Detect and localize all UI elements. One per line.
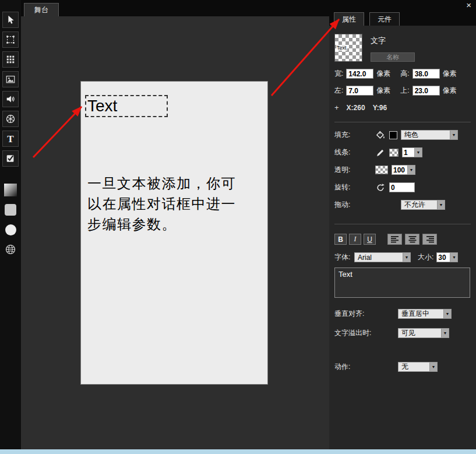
chevron-down-icon: ▼ xyxy=(450,131,457,139)
tool-rounded-rect[interactable] xyxy=(2,202,19,218)
drag-mode-select[interactable]: 不允许 ▼ xyxy=(401,200,445,210)
rotation-input[interactable] xyxy=(389,182,415,192)
tool-image[interactable] xyxy=(2,71,19,87)
action-row: 动作: 无 ▼ xyxy=(334,362,471,372)
properties-panel: × 属性 元件 Text 文字 宽: 像素 高: 像素 左: xyxy=(329,0,476,449)
rounded-rect-icon xyxy=(5,204,16,216)
overflow-row: 文字溢出时: 可见 ▼ xyxy=(334,328,471,338)
tab-properties[interactable]: 属性 xyxy=(334,12,364,26)
gradient-icon xyxy=(4,184,17,196)
left-label: 左: xyxy=(334,86,343,96)
spinner-down-icon[interactable]: ▼ xyxy=(408,165,415,175)
grid-icon xyxy=(5,54,16,65)
chevron-down-icon: ▼ xyxy=(403,253,410,262)
panel-tabs: 属性 元件 xyxy=(334,12,400,26)
line-width-input[interactable] xyxy=(402,147,415,157)
italic-button[interactable]: I xyxy=(349,234,361,245)
drag-label: 拖动: xyxy=(334,200,375,210)
rotation-row: 旋转: xyxy=(334,182,471,192)
stage-surface[interactable]: Text 一旦文本被添加，你可以在属性对话框中进一步编辑参数。 xyxy=(80,81,268,385)
fill-color-swatch[interactable] xyxy=(389,131,397,139)
size-stepper: ▼ xyxy=(436,252,458,262)
panel-body: Text 文字 宽: 像素 高: 像素 左: 像素 上: 像素 xyxy=(329,26,476,372)
line-width-stepper: ▼ xyxy=(402,147,422,157)
tool-checkbox[interactable] xyxy=(2,150,19,167)
opacity-input[interactable] xyxy=(392,165,408,175)
cursor-y-readout: Y:96 xyxy=(373,104,387,112)
left-input[interactable] xyxy=(346,86,373,96)
top-input[interactable] xyxy=(412,86,440,96)
selected-text-element[interactable]: Text xyxy=(85,95,168,117)
tab-stage[interactable]: 舞台 xyxy=(24,3,59,16)
spinner-down-icon[interactable]: ▼ xyxy=(415,147,422,157)
size-input[interactable] xyxy=(436,252,450,262)
chevron-down-icon: ▼ xyxy=(443,309,451,318)
line-color-swatch[interactable] xyxy=(389,149,399,157)
align-right-icon xyxy=(426,235,434,243)
document-tabbar: 舞台 xyxy=(21,0,329,16)
tool-text[interactable]: T xyxy=(2,131,19,147)
checkbox-icon xyxy=(5,153,16,164)
thumbnail-text: Text xyxy=(336,45,347,51)
tab-components[interactable]: 元件 xyxy=(369,12,400,26)
canvas-area: Text 一旦文本被添加，你可以在属性对话框中进一步编辑参数。 xyxy=(21,16,329,449)
align-center-button[interactable] xyxy=(405,234,419,245)
valign-value: 垂直居中 xyxy=(401,309,429,319)
drag-mode-value: 不允许 xyxy=(404,200,425,210)
spinner-down-icon[interactable]: ▼ xyxy=(450,252,458,262)
height-label: 高: xyxy=(400,69,409,79)
name-input[interactable] xyxy=(371,52,415,62)
crosshair-icon: + xyxy=(334,103,339,112)
tool-globe[interactable] xyxy=(2,241,19,258)
action-value: 无 xyxy=(401,362,408,372)
chevron-down-icon: ▼ xyxy=(429,363,437,371)
tool-audio[interactable] xyxy=(2,91,19,107)
tool-components-grid[interactable] xyxy=(2,51,19,68)
close-icon[interactable]: × xyxy=(466,1,471,10)
align-right-button[interactable] xyxy=(422,234,437,245)
element-header: Text 文字 xyxy=(334,34,471,62)
height-input[interactable] xyxy=(412,69,440,79)
font-select[interactable]: Arial ▼ xyxy=(354,252,411,262)
position-row: 左: 像素 上: 像素 xyxy=(334,86,471,96)
font-row: 字体: Arial ▼ 大小: ▼ xyxy=(334,252,471,262)
cursor-x-readout: X:260 xyxy=(347,104,365,112)
fill-mode-select[interactable]: 纯色 ▼ xyxy=(401,130,458,140)
chevron-down-icon: ▼ xyxy=(441,329,449,337)
stage-paragraph-element[interactable]: 一旦文本被添加，你可以在属性对话框中进一步编辑参数。 xyxy=(87,174,246,235)
size-row: 宽: 像素 高: 像素 xyxy=(334,69,471,79)
action-select[interactable]: 无 ▼ xyxy=(398,362,438,372)
top-label: 上: xyxy=(400,86,409,96)
align-left-button[interactable] xyxy=(387,234,402,245)
valign-row: 垂直对齐: 垂直居中 ▼ xyxy=(334,309,471,319)
action-label: 动作: xyxy=(334,362,398,372)
rotation-label: 旋转: xyxy=(334,182,375,192)
overflow-select[interactable]: 可见 ▼ xyxy=(398,328,449,338)
width-input[interactable] xyxy=(346,69,373,79)
chevron-down-icon: ▼ xyxy=(437,200,445,209)
valign-label: 垂直对齐: xyxy=(334,309,398,319)
speaker-icon xyxy=(5,94,16,104)
tool-wheel[interactable] xyxy=(2,111,19,127)
tool-transform[interactable] xyxy=(2,31,19,48)
circle-icon xyxy=(5,224,16,235)
tool-palette: T xyxy=(0,0,21,449)
tool-gradient[interactable] xyxy=(2,182,19,198)
element-thumbnail: Text xyxy=(334,34,362,62)
underline-button[interactable]: U xyxy=(364,234,376,245)
font-value: Arial xyxy=(358,254,372,262)
tool-select-cursor[interactable] xyxy=(2,12,19,28)
rotate-icon xyxy=(375,183,386,192)
overflow-value: 可见 xyxy=(401,328,415,338)
bold-button[interactable]: B xyxy=(334,234,347,245)
globe-icon xyxy=(5,244,16,255)
valign-select[interactable]: 垂直居中 ▼ xyxy=(398,309,452,319)
line-label: 线条: xyxy=(334,147,375,157)
opacity-swatch[interactable] xyxy=(375,166,388,174)
wheel-icon xyxy=(5,114,16,124)
tool-ellipse[interactable] xyxy=(2,221,19,238)
select-cursor-icon xyxy=(5,15,16,25)
tab-stage-label: 舞台 xyxy=(34,5,48,15)
text-content-area[interactable]: Text xyxy=(334,268,470,298)
font-label: 字体: xyxy=(334,252,354,262)
